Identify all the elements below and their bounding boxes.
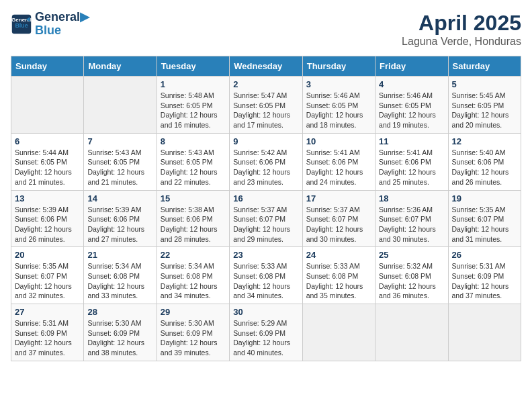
day-info: Sunrise: 5:37 AMSunset: 6:07 PMDaylight:…: [306, 205, 363, 243]
day-number: 2: [233, 79, 298, 89]
day-info: Sunrise: 5:34 AMSunset: 6:08 PMDaylight:…: [161, 262, 218, 300]
calendar-cell: 20 Sunrise: 5:35 AMSunset: 6:07 PMDaylig…: [11, 247, 84, 304]
day-number: 7: [87, 136, 152, 146]
day-number: 28: [87, 307, 152, 317]
day-number: 21: [87, 250, 152, 260]
calendar-cell: 3 Sunrise: 5:46 AMSunset: 6:05 PMDayligh…: [302, 77, 375, 134]
day-info: Sunrise: 5:41 AMSunset: 6:06 PMDaylight:…: [379, 148, 436, 186]
calendar-cell: 28 Sunrise: 5:30 AMSunset: 6:09 PMDaylig…: [84, 304, 157, 361]
calendar-row: 1 Sunrise: 5:48 AMSunset: 6:05 PMDayligh…: [11, 77, 521, 134]
calendar-cell: 16 Sunrise: 5:37 AMSunset: 6:07 PMDaylig…: [230, 190, 302, 247]
calendar-cell: 21 Sunrise: 5:34 AMSunset: 6:08 PMDaylig…: [84, 247, 157, 304]
day-info: Sunrise: 5:43 AMSunset: 6:05 PMDaylight:…: [87, 148, 144, 186]
calendar-cell: 12 Sunrise: 5:40 AMSunset: 6:06 PMDaylig…: [448, 133, 521, 190]
day-number: 15: [161, 193, 226, 203]
calendar-cell: [448, 304, 521, 361]
day-info: Sunrise: 5:42 AMSunset: 6:06 PMDaylight:…: [233, 148, 290, 186]
day-info: Sunrise: 5:47 AMSunset: 6:05 PMDaylight:…: [233, 91, 290, 129]
day-number: 9: [233, 136, 298, 146]
day-info: Sunrise: 5:39 AMSunset: 6:06 PMDaylight:…: [15, 205, 72, 243]
calendar-cell: [375, 304, 448, 361]
calendar-cell: [11, 77, 84, 134]
calendar-cell: [84, 77, 157, 134]
calendar-cell: 10 Sunrise: 5:41 AMSunset: 6:06 PMDaylig…: [302, 133, 375, 190]
day-number: 13: [15, 193, 80, 203]
day-info: Sunrise: 5:31 AMSunset: 6:09 PMDaylight:…: [452, 262, 509, 300]
day-info: Sunrise: 5:29 AMSunset: 6:09 PMDaylight:…: [233, 319, 290, 357]
day-info: Sunrise: 5:30 AMSunset: 6:09 PMDaylight:…: [87, 319, 144, 357]
day-number: 16: [233, 193, 298, 203]
day-number: 14: [87, 193, 152, 203]
calendar-cell: 17 Sunrise: 5:37 AMSunset: 6:07 PMDaylig…: [302, 190, 375, 247]
day-number: 24: [306, 250, 371, 260]
calendar-cell: 15 Sunrise: 5:38 AMSunset: 6:06 PMDaylig…: [157, 190, 229, 247]
day-number: 23: [233, 250, 298, 260]
header-cell-thursday: Thursday: [302, 56, 375, 77]
day-number: 22: [161, 250, 226, 260]
day-number: 20: [15, 250, 80, 260]
logo-icon: General Blue: [11, 13, 32, 35]
calendar-cell: 14 Sunrise: 5:39 AMSunset: 6:06 PMDaylig…: [84, 190, 157, 247]
calendar-cell: 26 Sunrise: 5:31 AMSunset: 6:09 PMDaylig…: [448, 247, 521, 304]
header-cell-friday: Friday: [375, 56, 448, 77]
day-info: Sunrise: 5:40 AMSunset: 6:06 PMDaylight:…: [452, 148, 509, 186]
day-number: 30: [233, 307, 298, 317]
calendar-cell: 9 Sunrise: 5:42 AMSunset: 6:06 PMDayligh…: [230, 133, 302, 190]
calendar-cell: 24 Sunrise: 5:33 AMSunset: 6:08 PMDaylig…: [302, 247, 375, 304]
day-number: 6: [15, 136, 80, 146]
day-number: 27: [15, 307, 80, 317]
day-info: Sunrise: 5:35 AMSunset: 6:07 PMDaylight:…: [15, 262, 72, 300]
day-info: Sunrise: 5:35 AMSunset: 6:07 PMDaylight:…: [452, 205, 509, 243]
calendar-cell: 29 Sunrise: 5:30 AMSunset: 6:09 PMDaylig…: [157, 304, 229, 361]
logo: General Blue General▶ Blue: [11, 11, 89, 38]
day-number: 5: [452, 79, 517, 89]
calendar-cell: 8 Sunrise: 5:43 AMSunset: 6:05 PMDayligh…: [157, 133, 229, 190]
day-number: 10: [306, 136, 371, 146]
calendar-cell: 6 Sunrise: 5:44 AMSunset: 6:05 PMDayligh…: [11, 133, 84, 190]
calendar-cell: 5 Sunrise: 5:45 AMSunset: 6:05 PMDayligh…: [448, 77, 521, 134]
logo-text: General▶ Blue: [35, 11, 89, 38]
day-info: Sunrise: 5:41 AMSunset: 6:06 PMDaylight:…: [306, 148, 363, 186]
calendar-cell: 27 Sunrise: 5:31 AMSunset: 6:09 PMDaylig…: [11, 304, 84, 361]
header-cell-sunday: Sunday: [11, 56, 84, 77]
day-number: 29: [161, 307, 226, 317]
calendar-cell: 22 Sunrise: 5:34 AMSunset: 6:08 PMDaylig…: [157, 247, 229, 304]
subtitle: Laguna Verde, Honduras: [402, 36, 521, 48]
calendar-cell: 2 Sunrise: 5:47 AMSunset: 6:05 PMDayligh…: [230, 77, 302, 134]
main-title: April 2025: [402, 11, 521, 36]
calendar-cell: 18 Sunrise: 5:36 AMSunset: 6:07 PMDaylig…: [375, 190, 448, 247]
header-cell-saturday: Saturday: [448, 56, 521, 77]
day-number: 8: [161, 136, 226, 146]
calendar-cell: 1 Sunrise: 5:48 AMSunset: 6:05 PMDayligh…: [157, 77, 229, 134]
day-number: 11: [379, 136, 444, 146]
calendar-row: 20 Sunrise: 5:35 AMSunset: 6:07 PMDaylig…: [11, 247, 521, 304]
calendar-row: 6 Sunrise: 5:44 AMSunset: 6:05 PMDayligh…: [11, 133, 521, 190]
calendar-cell: 25 Sunrise: 5:32 AMSunset: 6:08 PMDaylig…: [375, 247, 448, 304]
day-number: 25: [379, 250, 444, 260]
day-info: Sunrise: 5:46 AMSunset: 6:05 PMDaylight:…: [379, 91, 436, 129]
day-info: Sunrise: 5:44 AMSunset: 6:05 PMDaylight:…: [15, 148, 72, 186]
calendar-row: 13 Sunrise: 5:39 AMSunset: 6:06 PMDaylig…: [11, 190, 521, 247]
calendar-cell: 7 Sunrise: 5:43 AMSunset: 6:05 PMDayligh…: [84, 133, 157, 190]
day-info: Sunrise: 5:46 AMSunset: 6:05 PMDaylight:…: [306, 91, 363, 129]
calendar-cell: 30 Sunrise: 5:29 AMSunset: 6:09 PMDaylig…: [230, 304, 302, 361]
header-cell-tuesday: Tuesday: [157, 56, 229, 77]
svg-text:Blue: Blue: [15, 22, 28, 29]
header-row: SundayMondayTuesdayWednesdayThursdayFrid…: [11, 56, 521, 77]
day-info: Sunrise: 5:34 AMSunset: 6:08 PMDaylight:…: [87, 262, 144, 300]
day-number: 18: [379, 193, 444, 203]
calendar-cell: 11 Sunrise: 5:41 AMSunset: 6:06 PMDaylig…: [375, 133, 448, 190]
day-info: Sunrise: 5:43 AMSunset: 6:05 PMDaylight:…: [161, 148, 218, 186]
calendar-cell: 19 Sunrise: 5:35 AMSunset: 6:07 PMDaylig…: [448, 190, 521, 247]
day-number: 17: [306, 193, 371, 203]
header-cell-wednesday: Wednesday: [230, 56, 302, 77]
title-area: April 2025 Laguna Verde, Honduras: [402, 11, 521, 48]
calendar-row: 27 Sunrise: 5:31 AMSunset: 6:09 PMDaylig…: [11, 304, 521, 361]
day-info: Sunrise: 5:38 AMSunset: 6:06 PMDaylight:…: [161, 205, 218, 243]
day-number: 4: [379, 79, 444, 89]
day-info: Sunrise: 5:31 AMSunset: 6:09 PMDaylight:…: [15, 319, 72, 357]
day-info: Sunrise: 5:39 AMSunset: 6:06 PMDaylight:…: [87, 205, 144, 243]
day-info: Sunrise: 5:37 AMSunset: 6:07 PMDaylight:…: [233, 205, 290, 243]
calendar-cell: 13 Sunrise: 5:39 AMSunset: 6:06 PMDaylig…: [11, 190, 84, 247]
day-number: 26: [452, 250, 517, 260]
